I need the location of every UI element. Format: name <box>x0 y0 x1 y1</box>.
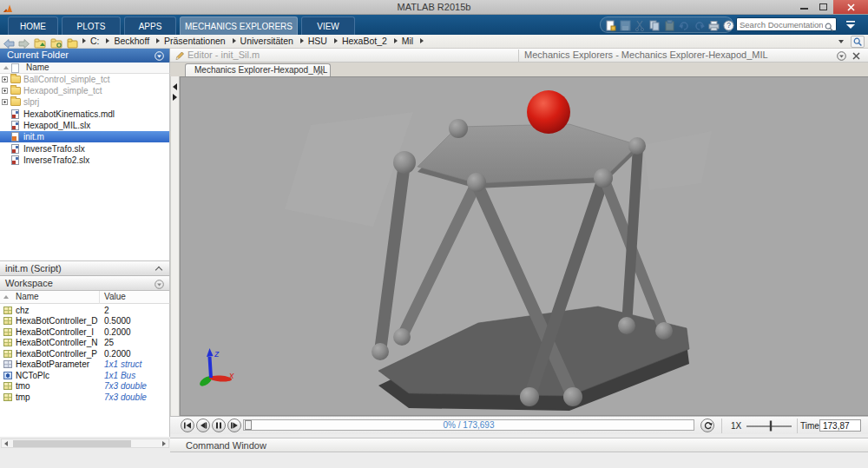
dropdown-caret-icon[interactable] <box>838 40 844 43</box>
expand-icon[interactable] <box>2 88 8 94</box>
editor-panel-title[interactable]: Editor - init_Sil.m <box>187 49 260 60</box>
breadcrumb-separator-icon <box>106 38 109 43</box>
close-panel-button[interactable] <box>852 51 860 62</box>
tab-apps[interactable]: APPS <box>124 16 176 35</box>
folder-icon <box>10 76 21 83</box>
sort-asc-icon <box>3 66 9 69</box>
breadcrumb-item[interactable]: HexaBot_2 <box>342 35 387 48</box>
workspace-row[interactable]: tmo7x3 double <box>0 381 169 392</box>
simulation-progress-slider[interactable]: 0% / 173,693 <box>243 419 694 431</box>
tab-view[interactable]: VIEW <box>301 16 355 35</box>
workspace-row[interactable]: HexaBotController_I0.2000 <box>0 327 169 338</box>
workspace-row[interactable]: HexaBotController_P0.2000 <box>0 349 169 359</box>
toolstrip: HOME PLOTS APPS MECHANICS EXPLORERS VIEW… <box>0 15 868 35</box>
file-row[interactable]: BallControl_simple_tct <box>0 74 169 85</box>
help-icon[interactable]: ? <box>723 19 734 30</box>
joint-sphere <box>618 317 635 334</box>
minimize-toolstrip-button[interactable] <box>844 18 861 30</box>
file-detail-bar[interactable]: init.m (Script) <box>0 260 170 276</box>
breadcrumb-item[interactable]: C: <box>90 35 100 48</box>
search-icon[interactable] <box>825 20 834 36</box>
scroll-right-icon[interactable] <box>162 441 166 446</box>
simulink-file-icon <box>11 144 19 154</box>
paste-icon[interactable] <box>664 19 675 30</box>
sort-asc-icon <box>3 295 9 299</box>
column-divider[interactable] <box>99 291 100 304</box>
mechanics-explorer-viewport[interactable]: z x <box>180 76 868 416</box>
close-icon <box>317 69 324 76</box>
print-icon[interactable] <box>708 19 720 30</box>
current-folder-column-header[interactable]: Name <box>0 63 170 74</box>
address-search-button[interactable] <box>851 36 865 48</box>
breadcrumb-item[interactable]: HSU <box>308 35 327 48</box>
workspace-row[interactable]: HexaBotController_N25 <box>0 338 169 348</box>
workspace-horizontal-scrollbar[interactable] <box>1 438 169 448</box>
step-back-button[interactable] <box>196 419 210 432</box>
current-folder-header: Current Folder <box>0 49 170 63</box>
file-list: BallControl_simple_tct Hexapod_simple_tc… <box>0 74 170 260</box>
undo-icon[interactable] <box>679 19 690 30</box>
panel-splitter[interactable] <box>170 76 180 416</box>
pause-icon <box>214 421 223 430</box>
speed-slider[interactable] <box>745 419 795 433</box>
file-row[interactable]: HexabotKinematics.mdl <box>0 109 169 120</box>
struct-variable-icon <box>3 360 12 368</box>
file-row[interactable]: slprj <box>0 96 169 108</box>
workspace-column-header[interactable]: Name Value <box>0 291 170 304</box>
numeric-variable-icon <box>3 328 12 336</box>
new-script-icon[interactable] <box>605 19 616 30</box>
save-icon[interactable] <box>620 19 631 30</box>
loop-icon <box>703 421 713 431</box>
scroll-left-icon[interactable] <box>4 441 8 446</box>
loop-button[interactable] <box>700 419 714 432</box>
tab-plots[interactable]: PLOTS <box>62 16 121 35</box>
window-title: MATLAB R2015b <box>0 2 868 12</box>
breadcrumb-item[interactable]: Universitäten <box>240 35 293 48</box>
expand-right-icon[interactable] <box>173 94 177 101</box>
pause-button[interactable] <box>212 419 226 432</box>
file-row[interactable]: InverseTrafo2.slx <box>0 155 169 166</box>
step-forward-button[interactable] <box>227 419 241 432</box>
go-to-start-button[interactable] <box>181 419 194 432</box>
expand-icon[interactable] <box>2 99 8 105</box>
minimize-button[interactable] <box>795 0 813 14</box>
actions-menu-icon[interactable] <box>837 51 846 63</box>
numeric-variable-icon <box>3 350 12 358</box>
workspace-row[interactable]: tmp7x3 double <box>0 392 169 403</box>
explorer-panel-title[interactable]: Mechanics Explorers - Mechanics Explorer… <box>524 49 768 60</box>
breadcrumb-item[interactable]: Präsentationen <box>164 35 226 48</box>
workspace-row[interactable]: HexaBotController_D0.5000 <box>0 316 169 326</box>
file-row-selected[interactable]: init.m <box>0 131 169 142</box>
numeric-variable-icon <box>3 393 12 401</box>
tab-home[interactable]: HOME <box>8 16 58 35</box>
command-window-bar[interactable]: Command Window <box>170 438 868 452</box>
file-row[interactable]: InverseTrafo.slx <box>0 143 169 155</box>
expand-icon[interactable] <box>2 76 8 82</box>
collapse-icon[interactable] <box>155 267 162 274</box>
close-button[interactable] <box>833 0 868 14</box>
redo-icon[interactable] <box>694 19 705 30</box>
breadcrumb-item[interactable]: Beckhoff <box>114 35 149 48</box>
joint-sphere <box>594 168 613 188</box>
workspace-row[interactable]: NCToPlc1x1 Bus <box>0 371 169 381</box>
workspace-row[interactable]: HexaBotParameter1x1 struct <box>0 359 169 370</box>
file-row[interactable]: Hexapod_simple_tct <box>0 85 169 96</box>
maximize-button[interactable] <box>814 0 832 14</box>
copy-icon[interactable] <box>649 19 661 30</box>
minimize-icon <box>800 8 808 10</box>
numeric-variable-icon <box>3 339 12 346</box>
panel-divider <box>518 49 519 62</box>
time-input[interactable] <box>819 419 861 432</box>
workspace-row[interactable]: chz2 <box>0 306 169 316</box>
tab-mechanics-explorers[interactable]: MECHANICS EXPLORERS <box>180 16 298 35</box>
progress-thumb[interactable] <box>245 420 252 430</box>
tab-mechanics-explorer[interactable]: Mechanics Explorer-Hexapod_MIL <box>185 63 331 76</box>
joint-sphere <box>393 151 416 174</box>
scrollbar-thumb[interactable] <box>13 440 131 447</box>
breadcrumb-item[interactable]: Mil <box>402 35 413 48</box>
collapse-left-icon[interactable] <box>173 83 177 90</box>
search-documentation-input[interactable] <box>740 19 823 30</box>
joint-sphere <box>628 137 646 155</box>
cut-icon[interactable] <box>635 19 646 30</box>
file-row[interactable]: Hexapod_MIL.slx <box>0 120 169 131</box>
